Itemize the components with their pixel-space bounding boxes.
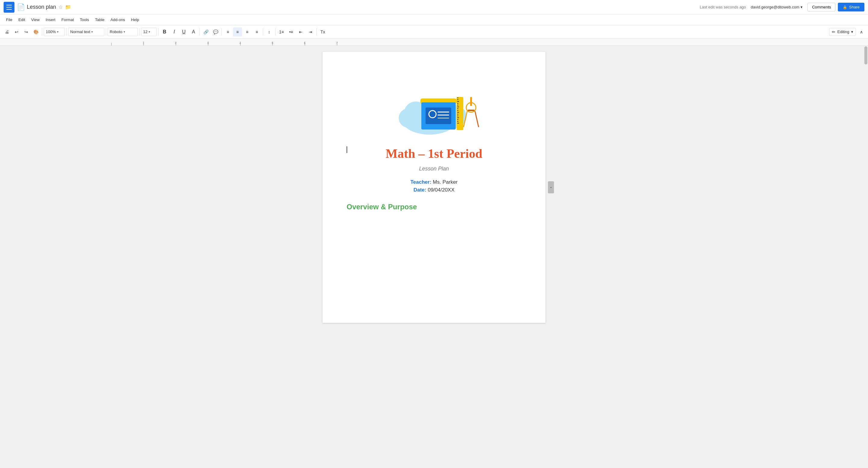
align-center-button[interactable]: ≡: [233, 27, 242, 36]
style-chevron: ▾: [91, 30, 93, 33]
divider-8: [263, 28, 263, 36]
divider-4: [139, 28, 140, 36]
menu-addons[interactable]: Add-ons: [108, 16, 127, 23]
scrollbar[interactable]: [864, 46, 868, 468]
align-left-button[interactable]: ≡: [223, 27, 232, 36]
editing-mode-dropdown[interactable]: ✏ Editing ▾: [829, 28, 856, 36]
sidebar-handle[interactable]: ▪: [548, 181, 554, 193]
svg-line-30: [475, 111, 478, 127]
collapse-toolbar-button[interactable]: ∧: [857, 28, 866, 36]
doc-main-title[interactable]: Math – 1st Period: [347, 146, 521, 161]
user-account[interactable]: david.george@ditoweb.com ▾: [751, 5, 803, 9]
svg-rect-32: [468, 110, 474, 111]
paint-format-button[interactable]: 🎨: [31, 27, 40, 36]
ruler-label-1: 1: [143, 41, 144, 44]
font-select[interactable]: Roboto ▾: [107, 28, 138, 36]
menu-bar: File Edit View Insert Format Tools Table…: [0, 14, 868, 25]
zoom-chevron: ▾: [57, 30, 59, 33]
svg-rect-19: [457, 108, 458, 109]
lock-icon: 🔒: [843, 5, 847, 9]
svg-rect-21: [457, 112, 459, 113]
math-svg: [386, 70, 482, 139]
text-cursor: [347, 146, 347, 153]
doc-title[interactable]: Lesson plan: [27, 4, 56, 10]
content-area: Math – 1st Period Lesson Plan Teacher: M…: [0, 46, 868, 468]
svg-rect-25: [457, 119, 458, 120]
editing-label: Editing: [837, 30, 849, 34]
last-edit-status: Last edit was seconds ago: [700, 5, 746, 9]
doc-subtitle[interactable]: Lesson Plan: [347, 166, 521, 172]
sidebar-handle-icon: ▪: [550, 185, 552, 190]
teacher-value: Ms. Parker: [433, 179, 458, 185]
menu-file[interactable]: File: [4, 16, 15, 23]
toolbar: 🖨 ↩ ↪ 🎨 100% ▾ Normal text ▾ Roboto ▾ 12…: [0, 25, 868, 38]
top-bar: 📄 Lesson plan ☆ 📁 Last edit was seconds …: [0, 0, 868, 14]
share-button[interactable]: 🔒 Share: [838, 3, 864, 11]
editing-chevron: ▾: [851, 30, 853, 34]
divider-1: [42, 28, 42, 36]
zoom-select[interactable]: 100% ▾: [44, 28, 65, 36]
doc-icon: 📄: [17, 3, 25, 11]
account-chevron: ▾: [801, 5, 803, 9]
svg-rect-27: [457, 123, 459, 124]
menu-format[interactable]: Format: [59, 16, 76, 23]
print-button[interactable]: 🖨: [2, 27, 11, 36]
svg-rect-16: [457, 103, 458, 104]
ruler-tick: [111, 43, 112, 46]
increase-indent-button[interactable]: ⇥: [306, 27, 315, 36]
line-spacing-button[interactable]: ↕: [265, 27, 274, 36]
teacher-label: Teacher:: [410, 179, 432, 185]
undo-button[interactable]: ↩: [12, 27, 21, 36]
menu-view[interactable]: View: [29, 16, 42, 23]
text-color-button[interactable]: A: [189, 27, 198, 36]
menu-help[interactable]: Help: [129, 16, 142, 23]
comment-button[interactable]: 💬: [211, 27, 220, 36]
ruler-label-5: 5: [272, 41, 273, 44]
bullet-list-button[interactable]: •≡: [287, 27, 296, 36]
svg-point-4: [399, 108, 418, 128]
divider-3: [106, 28, 106, 36]
divider-6: [199, 28, 200, 36]
ruler: 1 2 3 4 5 6 7: [0, 38, 868, 46]
comments-button[interactable]: Comments: [807, 3, 835, 11]
svg-rect-24: [457, 118, 459, 118]
link-button[interactable]: 🔗: [201, 27, 210, 36]
divider-9: [275, 28, 276, 36]
svg-rect-22: [457, 114, 458, 114]
justify-button[interactable]: ≡: [252, 27, 261, 36]
ruler-label-7: 7: [336, 41, 338, 44]
svg-rect-14: [457, 99, 458, 100]
divider-2: [66, 28, 67, 36]
section-title[interactable]: Overview & Purpose: [347, 203, 521, 211]
folder-icon[interactable]: 📁: [65, 4, 71, 10]
numbered-list-button[interactable]: 1≡: [277, 27, 286, 36]
divider-10: [316, 28, 317, 36]
scroll-thumb[interactable]: [864, 46, 867, 64]
font-size-select[interactable]: 12 ▾: [141, 28, 157, 36]
svg-rect-31: [470, 97, 472, 106]
svg-rect-13: [457, 98, 458, 98]
date-label: Date:: [413, 187, 427, 193]
underline-button[interactable]: U: [179, 27, 188, 36]
svg-rect-12: [457, 97, 463, 130]
hamburger-icon[interactable]: [4, 2, 14, 13]
ruler-label-2: 2: [175, 41, 176, 44]
style-value: Normal text: [70, 30, 90, 34]
menu-edit[interactable]: Edit: [16, 16, 27, 23]
align-right-button[interactable]: ≡: [243, 27, 252, 36]
date-line: Date: 09/04/20XX: [347, 187, 521, 193]
font-value: Roboto: [110, 30, 122, 34]
menu-tools[interactable]: Tools: [78, 16, 91, 23]
menu-insert[interactable]: Insert: [43, 16, 58, 23]
decrease-indent-button[interactable]: ⇤: [296, 27, 305, 36]
style-select[interactable]: Normal text ▾: [68, 28, 104, 36]
bold-button[interactable]: B: [160, 27, 169, 36]
size-chevron: ▾: [149, 30, 150, 33]
document-page[interactable]: Math – 1st Period Lesson Plan Teacher: M…: [322, 52, 546, 323]
italic-button[interactable]: I: [170, 27, 179, 36]
redo-button[interactable]: ↪: [22, 27, 31, 36]
clear-formatting-button[interactable]: Tx: [318, 27, 327, 36]
star-icon[interactable]: ☆: [59, 4, 63, 10]
svg-rect-18: [457, 107, 459, 107]
menu-table[interactable]: Table: [93, 16, 107, 23]
